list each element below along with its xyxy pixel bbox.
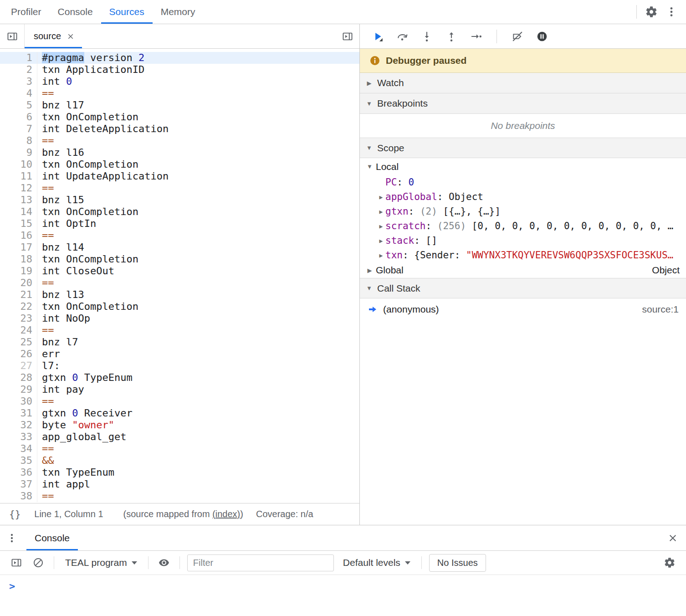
tabbar-spacer bbox=[82, 24, 336, 48]
code-line-19: 19int CloseOut bbox=[0, 265, 359, 277]
log-levels-selector[interactable]: Default levels bbox=[339, 557, 414, 568]
line-number-24[interactable]: 24 bbox=[0, 324, 37, 336]
scope-var-scratch[interactable]: ▶scratch: (256) [0, 0, 0, 0, 0, 0, 0, 0,… bbox=[360, 219, 686, 233]
console-log-area[interactable]: > bbox=[0, 575, 686, 616]
line-number-17[interactable]: 17 bbox=[0, 241, 37, 253]
line-number-4[interactable]: 4 bbox=[0, 87, 37, 99]
clear-console-button[interactable] bbox=[30, 554, 46, 571]
file-tab-bar: source bbox=[0, 24, 359, 49]
resume-button[interactable] bbox=[369, 28, 386, 45]
line-number-31[interactable]: 31 bbox=[0, 407, 37, 419]
console-filter-input[interactable] bbox=[187, 554, 334, 571]
issues-counter[interactable]: No Issues bbox=[429, 554, 486, 572]
panel-tab-profiler[interactable]: Profiler bbox=[3, 0, 50, 24]
line-number-3[interactable]: 3 bbox=[0, 76, 37, 87]
drawer-menu-button[interactable] bbox=[0, 525, 24, 550]
line-number-2[interactable]: 2 bbox=[0, 64, 37, 76]
line-number-16[interactable]: 16 bbox=[0, 230, 37, 241]
scope-var-stack[interactable]: ▶stack: [] bbox=[360, 233, 686, 248]
more-options-button[interactable] bbox=[661, 2, 681, 22]
deactivate-breakpoints-button[interactable] bbox=[509, 28, 526, 45]
line-number-15[interactable]: 15 bbox=[0, 218, 37, 230]
section-watch[interactable]: ▶ Watch bbox=[360, 73, 686, 93]
section-breakpoints[interactable]: ▼ Breakpoints bbox=[360, 93, 686, 114]
console-prompt[interactable]: > bbox=[9, 580, 15, 592]
scope-local-header[interactable]: ▼ Local bbox=[360, 158, 686, 175]
section-call-stack[interactable]: ▼ Call Stack bbox=[360, 278, 686, 298]
live-expression-button[interactable] bbox=[156, 554, 172, 571]
divider bbox=[179, 556, 180, 569]
line-number-32[interactable]: 32 bbox=[0, 419, 37, 431]
code-text: txn OnCompletion bbox=[37, 301, 138, 313]
code-text: int 0 bbox=[37, 76, 72, 87]
console-settings-button[interactable] bbox=[661, 554, 678, 571]
execution-context-selector[interactable]: TEAL program bbox=[61, 557, 141, 568]
code-text: bnz l17 bbox=[37, 99, 84, 111]
line-number-19[interactable]: 19 bbox=[0, 265, 37, 277]
step-out-button[interactable] bbox=[443, 28, 460, 45]
line-number-5[interactable]: 5 bbox=[0, 99, 37, 111]
toggle-navigator-button[interactable] bbox=[0, 24, 25, 48]
line-number-7[interactable]: 7 bbox=[0, 123, 37, 135]
line-number-12[interactable]: 12 bbox=[0, 182, 37, 194]
line-number-36[interactable]: 36 bbox=[0, 467, 37, 478]
line-number-23[interactable]: 23 bbox=[0, 313, 37, 324]
line-number-25[interactable]: 25 bbox=[0, 336, 37, 348]
line-number-34[interactable]: 34 bbox=[0, 443, 37, 455]
settings-button[interactable] bbox=[641, 2, 661, 22]
close-tab-icon[interactable] bbox=[67, 32, 75, 41]
line-number-30[interactable]: 30 bbox=[0, 395, 37, 407]
close-drawer-button[interactable] bbox=[660, 525, 686, 550]
line-number-6[interactable]: 6 bbox=[0, 111, 37, 123]
scope-var-PC[interactable]: PC: 0 bbox=[360, 175, 686, 190]
toggle-console-sidebar-button[interactable] bbox=[8, 554, 25, 571]
tab-console[interactable]: Console bbox=[26, 525, 78, 550]
step-into-button[interactable] bbox=[418, 28, 435, 45]
panel-tab-memory[interactable]: Memory bbox=[153, 0, 204, 24]
line-number-22[interactable]: 22 bbox=[0, 301, 37, 313]
line-number-20[interactable]: 20 bbox=[0, 277, 37, 289]
line-number-11[interactable]: 11 bbox=[0, 170, 37, 182]
step-over-button[interactable] bbox=[394, 28, 411, 45]
scope-global-label: Global bbox=[376, 265, 404, 276]
no-breakpoints-message: No breakpoints bbox=[360, 114, 686, 138]
scope-var-appGlobal[interactable]: ▶appGlobal: Object bbox=[360, 190, 686, 204]
code-text: txn OnCompletion bbox=[37, 159, 138, 170]
line-number-28[interactable]: 28 bbox=[0, 372, 37, 384]
panel-tab-console[interactable]: Console bbox=[50, 0, 101, 24]
expanded-arrow-icon: ▼ bbox=[366, 144, 373, 151]
line-number-38[interactable]: 38 bbox=[0, 490, 37, 502]
scope-global-header[interactable]: ▶ Global Object bbox=[360, 262, 686, 278]
toggle-sidebar-button[interactable] bbox=[336, 24, 359, 48]
deactivate-breakpoints-icon bbox=[512, 31, 523, 42]
line-number-13[interactable]: 13 bbox=[0, 194, 37, 206]
line-number-8[interactable]: 8 bbox=[0, 135, 37, 147]
line-number-14[interactable]: 14 bbox=[0, 206, 37, 218]
mapped-source-link[interactable]: (index) bbox=[212, 509, 240, 519]
line-number-21[interactable]: 21 bbox=[0, 289, 37, 301]
line-number-33[interactable]: 33 bbox=[0, 431, 37, 443]
line-number-1[interactable]: 1 bbox=[0, 52, 37, 64]
line-number-35[interactable]: 35 bbox=[0, 455, 37, 467]
code-text: bnz l14 bbox=[37, 241, 84, 253]
line-number-9[interactable]: 9 bbox=[0, 147, 37, 159]
line-number-18[interactable]: 18 bbox=[0, 253, 37, 265]
scope-var-gtxn[interactable]: ▶gtxn: (2) [{…}, {…}] bbox=[360, 204, 686, 219]
pause-on-exceptions-button[interactable] bbox=[533, 28, 551, 45]
console-header: Console bbox=[0, 525, 686, 551]
panel-tab-sources[interactable]: Sources bbox=[101, 0, 153, 24]
file-tab-source[interactable]: source bbox=[25, 24, 82, 48]
scope-variable-list: PC: 0▶appGlobal: Object▶gtxn: (2) [{…}, … bbox=[360, 175, 686, 262]
section-scope[interactable]: ▼ Scope bbox=[360, 138, 686, 158]
step-button[interactable] bbox=[467, 28, 485, 45]
code-text: txn OnCompletion bbox=[37, 111, 138, 123]
line-number-37[interactable]: 37 bbox=[0, 478, 37, 490]
line-number-27[interactable]: 27 bbox=[0, 360, 37, 372]
line-number-10[interactable]: 10 bbox=[0, 159, 37, 170]
code-editor[interactable]: 1#pragma version 22txn ApplicationID3int… bbox=[0, 49, 359, 503]
line-number-29[interactable]: 29 bbox=[0, 384, 37, 395]
pretty-print-button[interactable]: {} bbox=[9, 509, 20, 520]
call-stack-frame[interactable]: (anonymous)source:1 bbox=[360, 298, 686, 320]
scope-var-txn[interactable]: ▶txn: {Sender: "WWYNX3TKQYVEREVSW6QQP3SX… bbox=[360, 248, 686, 262]
line-number-26[interactable]: 26 bbox=[0, 348, 37, 360]
